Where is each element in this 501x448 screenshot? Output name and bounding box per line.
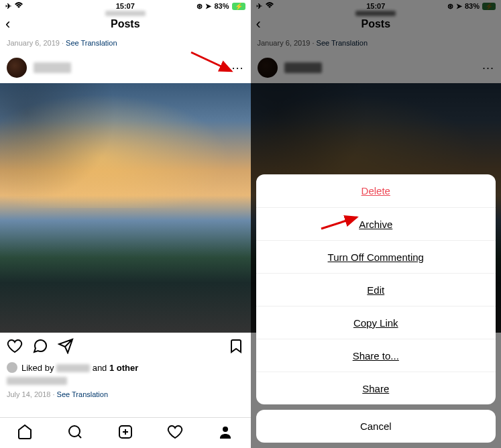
action-sheet: Delete Archive Turn Off Commenting Edit … [256, 174, 496, 443]
sheet-copy-link[interactable]: Copy Link [256, 306, 496, 339]
sheet-share-to[interactable]: Share to... [256, 339, 496, 372]
post-photo[interactable] [0, 83, 251, 333]
profile-tab-icon[interactable] [217, 424, 233, 443]
post-meta-bottom: July 14, 2018 · See Translation [0, 388, 251, 404]
battery-charging-icon: ⚡ [232, 3, 245, 10]
liker-name-blurred [56, 364, 90, 372]
post-date-bottom: July 14, 2018 [7, 390, 50, 398]
caption-blurred [7, 377, 67, 385]
post-meta-top: January 6, 2019 · See Translation [0, 36, 251, 52]
sheet-cancel[interactable]: Cancel [256, 410, 496, 443]
home-tab-icon[interactable] [17, 424, 33, 443]
likes-others: 1 other [109, 363, 138, 373]
share-icon[interactable] [58, 338, 74, 357]
airplane-icon: ✈ [5, 2, 11, 11]
post-actions [0, 333, 251, 362]
sheet-delete[interactable]: Delete [256, 174, 496, 207]
liked-by-label: Liked by [21, 363, 56, 373]
post-date: January 6, 2019 [7, 39, 60, 47]
rotation-lock-icon: ⊛ [197, 2, 203, 11]
see-translation-link-bottom[interactable]: See Translation [57, 390, 108, 398]
sheet-share[interactable]: Share [256, 372, 496, 404]
status-time: 15:07 [116, 2, 135, 10]
page-title: Posts [111, 18, 140, 30]
search-tab-icon[interactable] [67, 424, 83, 443]
liker-avatar [7, 362, 17, 373]
header-subtitle-blurred [105, 11, 146, 16]
svg-point-0 [69, 426, 80, 437]
battery-percent: 83% [214, 2, 229, 10]
username-blurred[interactable] [34, 62, 71, 73]
like-icon[interactable] [7, 338, 23, 357]
post-author-row: ··· [0, 52, 251, 83]
bookmark-icon[interactable] [228, 338, 244, 357]
svg-point-2 [223, 427, 228, 432]
tab-bar [0, 417, 251, 448]
screen-post-view: ✈ 15:07 ⊛ ➤ 83% ⚡ ‹ Posts January 6, 201… [0, 0, 251, 448]
comment-icon[interactable] [32, 338, 48, 357]
wifi-icon [14, 2, 23, 10]
activity-tab-icon[interactable] [167, 424, 183, 443]
avatar[interactable] [7, 58, 27, 78]
screen-action-sheet: ✈ 15:07 ⊛ ➤ 83% ⚡ ‹ Posts January 6, 201… [251, 0, 502, 448]
location-icon: ➤ [205, 2, 211, 11]
sheet-edit[interactable]: Edit [256, 273, 496, 306]
back-button[interactable]: ‹ [5, 15, 10, 33]
sheet-archive[interactable]: Archive [256, 207, 496, 240]
dual-screenshot: ✈ 15:07 ⊛ ➤ 83% ⚡ ‹ Posts January 6, 201… [0, 0, 501, 448]
see-translation-link[interactable]: See Translation [66, 39, 117, 47]
more-options-button[interactable]: ··· [231, 61, 243, 75]
add-post-tab-icon[interactable] [117, 424, 133, 443]
likes-row[interactable]: Liked by and 1 other [0, 362, 251, 376]
sheet-turn-off-commenting[interactable]: Turn Off Commenting [256, 240, 496, 273]
nav-header: ‹ Posts [0, 12, 251, 36]
